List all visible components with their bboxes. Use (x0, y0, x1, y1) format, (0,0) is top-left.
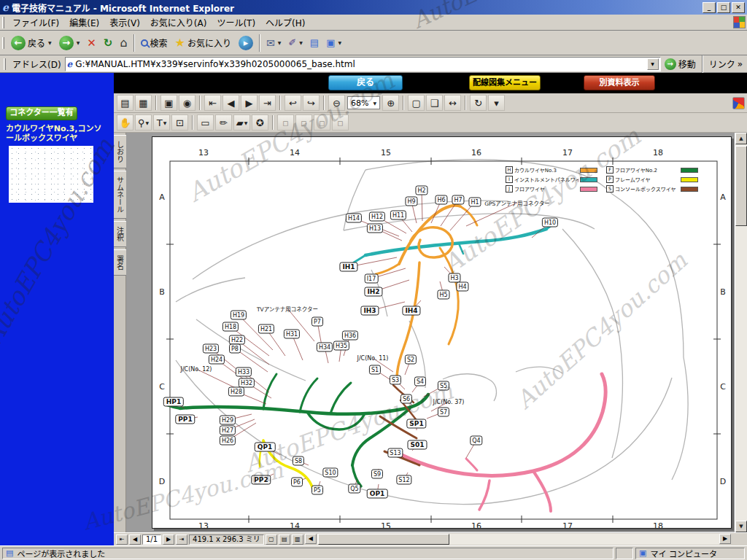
first-page-button[interactable]: ⇤ (116, 534, 128, 545)
connector-label[interactable]: H9 (405, 197, 417, 206)
hand-tool-icon[interactable]: ✋ (117, 114, 133, 131)
pencil-tool-icon[interactable]: ✏ (215, 114, 232, 131)
zoom-out-icon[interactable]: ⊖ (328, 95, 345, 111)
find-icon[interactable]: ◉ (179, 95, 196, 111)
vertical-scroll-track[interactable] (735, 144, 747, 521)
page-indicator[interactable]: 1/1 (142, 534, 161, 545)
connector-label[interactable]: H10 (542, 218, 558, 228)
acrobat-tab[interactable]: 注釈 (113, 221, 127, 247)
single-page-icon[interactable]: ▢ (266, 534, 277, 545)
favorites-button[interactable]: ★ お気に入り (171, 32, 235, 54)
connector-label[interactable]: H26 (220, 436, 236, 446)
connector-label[interactable]: S6 (400, 394, 412, 404)
connector-label[interactable]: S9 (371, 470, 383, 479)
connector-label[interactable]: Q4 (470, 436, 482, 446)
fit-width-icon[interactable]: ↔ (444, 95, 461, 111)
first-page-icon[interactable]: ⇤ (204, 95, 221, 111)
connector-label[interactable]: PP2 (251, 475, 271, 485)
continuous-icon[interactable]: ▤ (279, 534, 290, 545)
next-page-icon[interactable]: ▶ (241, 95, 258, 111)
toolbar-grip[interactable] (4, 58, 6, 70)
rotate-view-icon[interactable]: ↻ (470, 95, 487, 111)
connector-label[interactable]: H1 (468, 198, 481, 207)
scroll-right-icon[interactable]: ▶ (719, 534, 731, 544)
toolbar-grip[interactable] (2, 37, 4, 49)
address-dropdown-icon[interactable]: ▼ (647, 58, 659, 70)
connector-label[interactable]: QP1 (255, 443, 276, 452)
connector-label[interactable]: P7 (311, 317, 323, 327)
connector-label[interactable]: S4 (414, 377, 426, 386)
connector-label[interactable]: S8 (293, 456, 304, 466)
scroll-up-icon[interactable]: ▲ (735, 133, 747, 144)
connector-label[interactable]: S13 (387, 448, 403, 458)
save-icon[interactable]: ▤ (117, 95, 133, 111)
connector-label[interactable]: H7 (452, 195, 464, 205)
media-button[interactable]: ▸ (235, 32, 257, 54)
connector-label[interactable]: H14 (346, 214, 362, 223)
next-page-button[interactable]: ▶ (163, 534, 174, 545)
connector-label[interactable]: J/C(No. 11) (356, 354, 390, 362)
connector-label[interactable]: H6 (435, 195, 447, 205)
connector-label[interactable]: H28 (228, 387, 244, 397)
last-page-icon[interactable]: ⇥ (259, 95, 276, 111)
connector-label[interactable]: S2 (405, 355, 417, 365)
search-button[interactable]: 検索 (137, 32, 171, 54)
connector-label[interactable]: H21 (258, 324, 274, 334)
scroll-left-icon[interactable]: ◀ (305, 534, 317, 544)
connector-label[interactable]: S01 (407, 440, 427, 450)
close-button[interactable]: ✕ (732, 2, 745, 13)
menu-item[interactable]: ヘルプ(H) (260, 15, 310, 30)
highlight-tool-icon-dropdown[interactable]: ▼ (244, 120, 248, 125)
connector-label[interactable]: H11 (390, 211, 406, 220)
connector-label[interactable]: P6 (291, 478, 303, 487)
zoom-tool-icon[interactable]: ⚲▼ (135, 114, 152, 131)
connector-label[interactable]: H31 (284, 330, 300, 339)
connector-label[interactable]: S7 (438, 408, 449, 417)
connector-label[interactable]: PP1 (175, 415, 195, 424)
menu-item[interactable]: ツール(T) (212, 15, 260, 30)
diagram-thumbnail[interactable] (9, 146, 93, 203)
forward-dropdown-icon[interactable]: ▼ (77, 40, 80, 45)
connector-label[interactable]: H24 (209, 355, 225, 365)
stamp-tool-icon[interactable]: ✪ (252, 114, 268, 131)
scroll-down-icon[interactable]: ▼ (735, 521, 747, 532)
text-select-icon[interactable]: T▼ (153, 114, 170, 131)
mail-button[interactable]: ✉ ▼ (263, 32, 285, 54)
more-tools-icon[interactable]: ▾ (488, 95, 505, 111)
compose-dropdown-icon[interactable]: ▼ (299, 40, 303, 45)
print-icon[interactable]: ▦ (135, 95, 152, 111)
next-view-icon[interactable]: ↪ (303, 95, 320, 111)
last-page-button[interactable]: ⇥ (176, 534, 187, 545)
connector-label[interactable]: S12 (396, 475, 411, 485)
menu-item[interactable]: ファイル(F) (7, 15, 64, 30)
actual-size-icon[interactable]: ▢ (408, 95, 425, 111)
minimize-button[interactable]: _ (703, 2, 716, 13)
connector-label[interactable]: H13 (367, 224, 383, 233)
prev-page-icon[interactable]: ◀ (222, 95, 239, 111)
horizontal-scroll-track[interactable] (317, 534, 719, 545)
mail-dropdown-icon[interactable]: ▼ (278, 40, 282, 45)
zoom-dropdown-icon[interactable]: ▼ (373, 101, 376, 106)
connector-label[interactable]: H5 (437, 290, 449, 300)
maximize-button[interactable]: □ (717, 2, 730, 13)
vertical-scrollbar[interactable]: ▲ ▼ (735, 133, 747, 532)
facing-pages-icon[interactable]: ▥ (292, 534, 303, 545)
horizontal-scroll-thumb[interactable] (318, 534, 449, 545)
home-button[interactable]: ⌂ (116, 32, 131, 54)
menu-item[interactable]: 編集(E) (64, 15, 104, 30)
connector-label[interactable]: S3 (390, 376, 401, 385)
prev-page-button[interactable]: ◀ (129, 534, 141, 545)
connector-label[interactable]: H12 (369, 212, 385, 222)
connector-label[interactable]: J/C(No. 12) (179, 365, 214, 373)
connector-label[interactable]: OP1 (367, 489, 388, 499)
connector-label[interactable]: S10 (322, 468, 338, 478)
fit-page-icon[interactable]: ❑ (426, 95, 443, 111)
zoom-in-icon[interactable]: ⊕ (382, 95, 399, 111)
connector-label[interactable]: Q5 (348, 484, 360, 494)
connector-label[interactable]: IH1 (339, 262, 357, 272)
connector-label[interactable]: IH3 (360, 306, 379, 316)
back-dropdown-icon[interactable]: ▼ (48, 40, 52, 45)
text-select-icon-dropdown[interactable]: ▼ (163, 120, 167, 125)
toolbar-grip[interactable] (2, 17, 4, 28)
menu-item[interactable]: お気に入り(A) (145, 15, 212, 30)
